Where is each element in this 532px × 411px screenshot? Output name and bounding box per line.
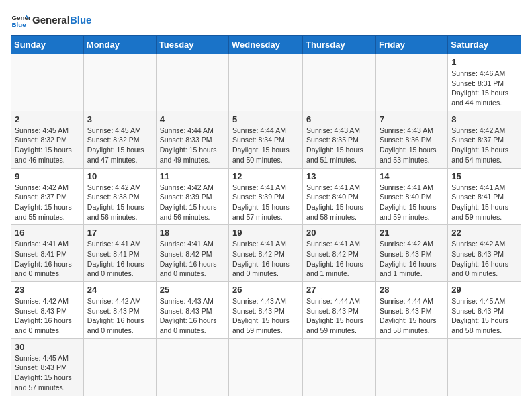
day-info: Sunrise: 4:45 AM Sunset: 8:32 PM Dayligh… bbox=[15, 126, 80, 165]
day-number: 22 bbox=[451, 228, 517, 238]
page-header: General Blue GeneralBlue bbox=[11, 11, 521, 30]
day-info: Sunrise: 4:45 AM Sunset: 8:32 PM Dayligh… bbox=[87, 126, 152, 165]
calendar-cell: 30Sunrise: 4:45 AM Sunset: 8:43 PM Dayli… bbox=[11, 338, 84, 396]
calendar-cell bbox=[303, 338, 376, 396]
day-of-week-header: Wednesday bbox=[229, 36, 303, 54]
day-number: 7 bbox=[380, 114, 444, 124]
day-info: Sunrise: 4:42 AM Sunset: 8:43 PM Dayligh… bbox=[380, 239, 444, 279]
day-number: 9 bbox=[15, 171, 80, 181]
calendar-cell: 1Sunrise: 4:46 AM Sunset: 8:31 PM Daylig… bbox=[448, 54, 521, 111]
day-number: 25 bbox=[160, 285, 225, 295]
day-info: Sunrise: 4:41 AM Sunset: 8:41 PM Dayligh… bbox=[15, 239, 80, 279]
calendar-week-row: 16Sunrise: 4:41 AM Sunset: 8:41 PM Dayli… bbox=[11, 225, 521, 282]
svg-text:Blue: Blue bbox=[11, 21, 26, 28]
calendar-cell: 7Sunrise: 4:43 AM Sunset: 8:36 PM Daylig… bbox=[375, 111, 447, 168]
day-info: Sunrise: 4:42 AM Sunset: 8:37 PM Dayligh… bbox=[451, 126, 517, 165]
calendar-cell: 15Sunrise: 4:41 AM Sunset: 8:41 PM Dayli… bbox=[448, 168, 521, 225]
day-info: Sunrise: 4:43 AM Sunset: 8:35 PM Dayligh… bbox=[306, 126, 372, 165]
calendar-week-row: 2Sunrise: 4:45 AM Sunset: 8:32 PM Daylig… bbox=[11, 111, 521, 168]
calendar-cell bbox=[375, 54, 447, 111]
calendar-cell bbox=[303, 54, 376, 111]
day-of-week-header: Sunday bbox=[11, 36, 84, 54]
day-info: Sunrise: 4:42 AM Sunset: 8:38 PM Dayligh… bbox=[87, 183, 152, 222]
day-number: 14 bbox=[380, 171, 444, 181]
day-of-week-header: Monday bbox=[83, 36, 156, 54]
day-number: 11 bbox=[160, 171, 225, 181]
day-info: Sunrise: 4:41 AM Sunset: 8:42 PM Dayligh… bbox=[160, 239, 225, 279]
day-number: 15 bbox=[451, 171, 517, 181]
calendar-cell bbox=[156, 338, 228, 396]
day-info: Sunrise: 4:42 AM Sunset: 8:43 PM Dayligh… bbox=[15, 296, 80, 336]
logo-general-text: General bbox=[32, 14, 70, 26]
calendar-cell: 2Sunrise: 4:45 AM Sunset: 8:32 PM Daylig… bbox=[11, 111, 84, 168]
calendar-week-row: 23Sunrise: 4:42 AM Sunset: 8:43 PM Dayli… bbox=[11, 282, 521, 339]
calendar-week-row: 1Sunrise: 4:46 AM Sunset: 8:31 PM Daylig… bbox=[11, 54, 521, 111]
calendar-cell: 14Sunrise: 4:41 AM Sunset: 8:40 PM Dayli… bbox=[375, 168, 447, 225]
calendar-cell: 26Sunrise: 4:43 AM Sunset: 8:43 PM Dayli… bbox=[229, 282, 303, 339]
calendar-cell bbox=[375, 338, 447, 396]
calendar-cell: 19Sunrise: 4:41 AM Sunset: 8:42 PM Dayli… bbox=[229, 225, 303, 282]
day-of-week-header: Thursday bbox=[303, 36, 376, 54]
day-info: Sunrise: 4:43 AM Sunset: 8:43 PM Dayligh… bbox=[232, 296, 299, 336]
calendar-cell: 17Sunrise: 4:41 AM Sunset: 8:41 PM Dayli… bbox=[83, 225, 156, 282]
day-info: Sunrise: 4:41 AM Sunset: 8:39 PM Dayligh… bbox=[232, 183, 299, 222]
day-info: Sunrise: 4:41 AM Sunset: 8:41 PM Dayligh… bbox=[451, 183, 517, 222]
day-number: 13 bbox=[306, 171, 372, 181]
day-number: 20 bbox=[306, 228, 372, 238]
calendar-cell: 8Sunrise: 4:42 AM Sunset: 8:37 PM Daylig… bbox=[448, 111, 521, 168]
day-info: Sunrise: 4:45 AM Sunset: 8:43 PM Dayligh… bbox=[451, 296, 517, 336]
day-number: 1 bbox=[451, 57, 517, 67]
calendar-cell: 18Sunrise: 4:41 AM Sunset: 8:42 PM Dayli… bbox=[156, 225, 228, 282]
calendar-cell bbox=[229, 338, 303, 396]
day-info: Sunrise: 4:44 AM Sunset: 8:43 PM Dayligh… bbox=[380, 296, 444, 336]
day-number: 2 bbox=[15, 114, 80, 124]
day-info: Sunrise: 4:42 AM Sunset: 8:39 PM Dayligh… bbox=[160, 183, 225, 222]
day-info: Sunrise: 4:44 AM Sunset: 8:33 PM Dayligh… bbox=[160, 126, 225, 165]
calendar-cell: 16Sunrise: 4:41 AM Sunset: 8:41 PM Dayli… bbox=[11, 225, 84, 282]
day-info: Sunrise: 4:42 AM Sunset: 8:43 PM Dayligh… bbox=[451, 239, 517, 279]
calendar-header-row: SundayMondayTuesdayWednesdayThursdayFrid… bbox=[11, 36, 521, 54]
calendar-cell bbox=[11, 54, 84, 111]
calendar-cell: 13Sunrise: 4:41 AM Sunset: 8:40 PM Dayli… bbox=[303, 168, 376, 225]
day-of-week-header: Saturday bbox=[448, 36, 521, 54]
calendar-cell bbox=[83, 338, 156, 396]
calendar-cell: 24Sunrise: 4:42 AM Sunset: 8:43 PM Dayli… bbox=[83, 282, 156, 339]
day-number: 8 bbox=[451, 114, 517, 124]
day-number: 17 bbox=[87, 228, 152, 238]
calendar-cell bbox=[448, 338, 521, 396]
calendar-cell: 28Sunrise: 4:44 AM Sunset: 8:43 PM Dayli… bbox=[375, 282, 447, 339]
day-info: Sunrise: 4:45 AM Sunset: 8:43 PM Dayligh… bbox=[15, 353, 80, 393]
calendar-cell: 20Sunrise: 4:41 AM Sunset: 8:42 PM Dayli… bbox=[303, 225, 376, 282]
day-number: 19 bbox=[232, 228, 299, 238]
logo: General Blue GeneralBlue bbox=[11, 11, 91, 30]
day-info: Sunrise: 4:42 AM Sunset: 8:43 PM Dayligh… bbox=[87, 296, 152, 336]
day-info: Sunrise: 4:43 AM Sunset: 8:36 PM Dayligh… bbox=[380, 126, 444, 165]
logo-blue-text: Blue bbox=[70, 14, 92, 26]
day-number: 29 bbox=[451, 285, 517, 295]
day-of-week-header: Tuesday bbox=[156, 36, 228, 54]
day-number: 21 bbox=[380, 228, 444, 238]
calendar-week-row: 9Sunrise: 4:42 AM Sunset: 8:37 PM Daylig… bbox=[11, 168, 521, 225]
calendar-cell bbox=[156, 54, 228, 111]
calendar-cell: 25Sunrise: 4:43 AM Sunset: 8:43 PM Dayli… bbox=[156, 282, 228, 339]
calendar-table: SundayMondayTuesdayWednesdayThursdayFrid… bbox=[11, 35, 521, 396]
day-info: Sunrise: 4:41 AM Sunset: 8:40 PM Dayligh… bbox=[380, 183, 444, 222]
calendar-cell: 5Sunrise: 4:44 AM Sunset: 8:34 PM Daylig… bbox=[229, 111, 303, 168]
calendar-cell bbox=[229, 54, 303, 111]
calendar-cell: 10Sunrise: 4:42 AM Sunset: 8:38 PM Dayli… bbox=[83, 168, 156, 225]
day-number: 18 bbox=[160, 228, 225, 238]
day-info: Sunrise: 4:41 AM Sunset: 8:40 PM Dayligh… bbox=[306, 183, 372, 222]
day-number: 5 bbox=[232, 114, 299, 124]
calendar-cell: 3Sunrise: 4:45 AM Sunset: 8:32 PM Daylig… bbox=[83, 111, 156, 168]
day-info: Sunrise: 4:41 AM Sunset: 8:42 PM Dayligh… bbox=[232, 239, 299, 279]
calendar-cell: 11Sunrise: 4:42 AM Sunset: 8:39 PM Dayli… bbox=[156, 168, 228, 225]
day-of-week-header: Friday bbox=[375, 36, 447, 54]
calendar-cell: 29Sunrise: 4:45 AM Sunset: 8:43 PM Dayli… bbox=[448, 282, 521, 339]
day-info: Sunrise: 4:41 AM Sunset: 8:41 PM Dayligh… bbox=[87, 239, 152, 279]
day-number: 27 bbox=[306, 285, 372, 295]
calendar-cell: 6Sunrise: 4:43 AM Sunset: 8:35 PM Daylig… bbox=[303, 111, 376, 168]
calendar-cell bbox=[83, 54, 156, 111]
day-number: 4 bbox=[160, 114, 225, 124]
logo-icon: General Blue bbox=[11, 11, 30, 30]
day-info: Sunrise: 4:44 AM Sunset: 8:34 PM Dayligh… bbox=[232, 126, 299, 165]
